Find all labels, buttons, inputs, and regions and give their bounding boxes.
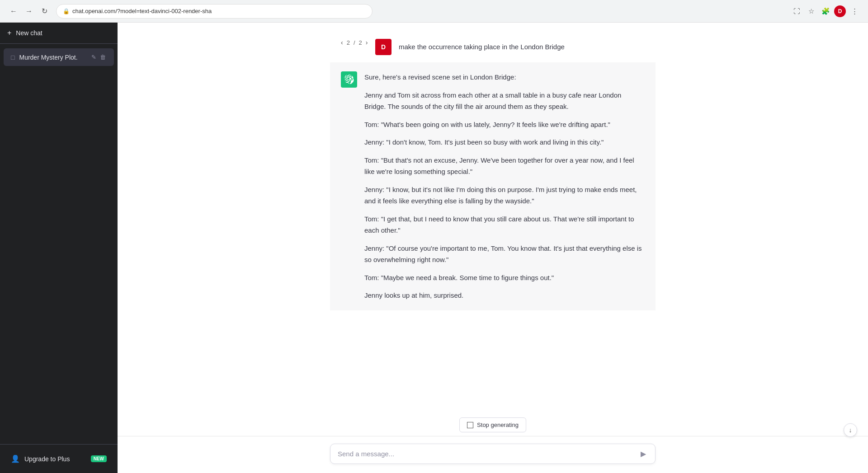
lock-icon: 🔒 — [63, 8, 70, 14]
sidebar-items: □ Murder Mystery Plot. ✎ 🗑 — [0, 44, 118, 444]
delete-button[interactable]: 🗑 — [99, 53, 107, 61]
assistant-para-4: Jenny: "I know, but it's not like I'm do… — [364, 184, 645, 207]
main-wrapper: ‹ 2 / 2 › D make the occurrence taking p… — [118, 23, 868, 473]
plus-icon: + — [7, 29, 11, 37]
assistant-para-0: Jenny and Tom sit across from each other… — [364, 89, 645, 112]
assistant-para-8: Jenny looks up at him, surprised. — [364, 290, 645, 301]
edit-button[interactable]: ✎ — [90, 53, 97, 61]
assistant-para-6: Jenny: "Of course you're important to me… — [364, 243, 645, 266]
browser-chrome: ← → ↻ 🔒 chat.openai.com/?model=text-davi… — [0, 0, 868, 23]
url-text: chat.openai.com/?model=text-davinci-002-… — [72, 8, 212, 14]
stop-icon — [467, 422, 473, 428]
stop-generating-button[interactable]: Stop generating — [459, 417, 526, 432]
message-nav-total: 2 — [359, 39, 362, 46]
bookmark-button[interactable]: ☆ — [805, 5, 817, 18]
send-button[interactable]: ▶ — [639, 449, 648, 459]
input-area: ▶ — [118, 436, 868, 473]
back-button[interactable]: ← — [7, 5, 20, 18]
browser-nav-buttons: ← → ↻ — [7, 5, 51, 18]
user-avatar: D — [375, 39, 392, 55]
new-chat-button[interactable]: + New chat — [0, 23, 118, 44]
sidebar-footer: 👤 Upgrade to Plus NEW — [0, 444, 118, 473]
browser-actions: ⛶ ☆ 🧩 D ⋮ — [790, 5, 861, 18]
user-message-text: make the occurrence taking place in the … — [399, 39, 565, 52]
upgrade-to-plus-button[interactable]: 👤 Upgrade to Plus NEW — [4, 450, 114, 468]
assistant-para-3: Tom: "But that's not an excuse, Jenny. W… — [364, 155, 645, 178]
address-bar[interactable]: 🔒 chat.openai.com/?model=text-davinci-00… — [56, 4, 373, 19]
main-content: ‹ 2 / 2 › D make the occurrence taking p… — [118, 23, 868, 473]
assistant-para-7: Tom: "Maybe we need a break. Some time t… — [364, 272, 645, 284]
sidebar-item-murder-mystery[interactable]: □ Murder Mystery Plot. ✎ 🗑 — [4, 48, 114, 66]
message-input[interactable] — [338, 450, 639, 458]
assistant-para-1: Tom: "What's been going on with us latel… — [364, 119, 645, 131]
prev-message-button[interactable]: ‹ — [341, 39, 343, 46]
browser-user-avatar: D — [834, 5, 846, 17]
chat-area[interactable]: ‹ 2 / 2 › D make the occurrence taking p… — [118, 23, 868, 417]
message-navigation: ‹ 2 / 2 › — [341, 39, 368, 46]
sidebar-item-actions: ✎ 🗑 — [90, 53, 107, 61]
next-message-button[interactable]: › — [366, 39, 368, 46]
menu-button[interactable]: ⋮ — [848, 5, 861, 18]
sidebar-item-label: Murder Mystery Plot. — [19, 54, 86, 61]
user-icon: 👤 — [11, 454, 20, 463]
share-button[interactable]: ⛶ — [790, 5, 803, 18]
upgrade-label: Upgrade to Plus — [24, 455, 70, 463]
new-badge: NEW — [91, 455, 107, 462]
message-container: ‹ 2 / 2 › D make the occurrence taking p… — [330, 32, 656, 310]
sidebar: + New chat □ Murder Mystery Plot. ✎ 🗑 👤 … — [0, 23, 118, 473]
new-chat-label: New chat — [16, 29, 42, 37]
stop-generating-label: Stop generating — [477, 421, 519, 428]
assistant-para-2: Jenny: "I don't know, Tom. It's just bee… — [364, 136, 645, 148]
openai-logo-icon — [344, 75, 354, 84]
user-message-row: ‹ 2 / 2 › D make the occurrence taking p… — [341, 32, 645, 62]
profile-button[interactable]: D — [834, 5, 846, 18]
scroll-down-button[interactable]: ↓ — [844, 423, 857, 437]
chat-icon: □ — [11, 54, 14, 61]
message-nav-separator: / — [354, 39, 355, 46]
input-wrapper: ▶ — [330, 444, 656, 464]
app-layout: + New chat □ Murder Mystery Plot. ✎ 🗑 👤 … — [0, 23, 868, 473]
reload-button[interactable]: ↻ — [38, 5, 51, 18]
assistant-avatar — [341, 71, 357, 88]
message-nav-current: 2 — [347, 39, 350, 46]
extensions-button[interactable]: 🧩 — [819, 5, 832, 18]
assistant-message-row: Sure, here's a revised scene set in Lond… — [330, 62, 656, 310]
stop-generating-container: Stop generating — [118, 417, 868, 432]
assistant-message-text: Sure, here's a revised scene set in Lond… — [364, 71, 645, 301]
forward-button[interactable]: → — [23, 5, 35, 18]
assistant-intro: Sure, here's a revised scene set in Lond… — [364, 71, 645, 83]
assistant-para-5: Tom: "I get that, but I need to know tha… — [364, 213, 645, 236]
